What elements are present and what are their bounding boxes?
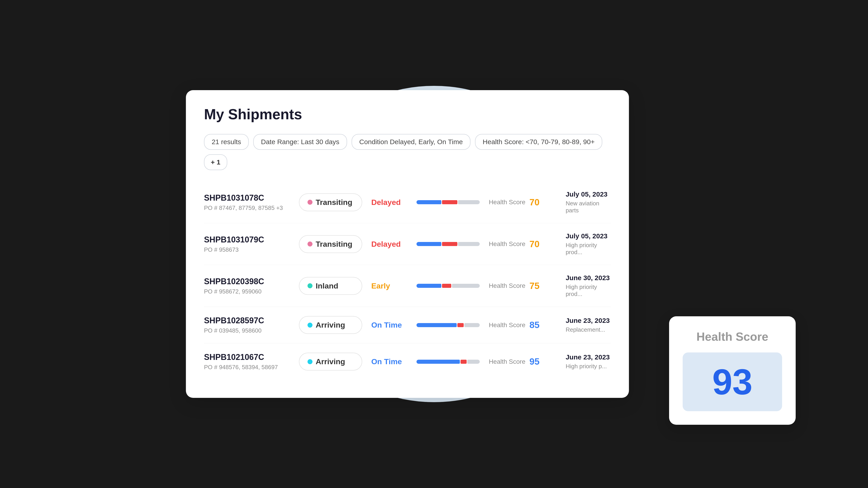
health-label: Health Score bbox=[489, 358, 525, 365]
shipment-description: New aviation parts bbox=[565, 200, 611, 214]
shipment-date: July 05, 2023 bbox=[565, 191, 611, 198]
status-dot-cyan bbox=[307, 323, 312, 328]
po-prefix: PO # bbox=[204, 204, 217, 211]
po-number: PO # 039485, 958600 bbox=[204, 327, 290, 334]
progress-bar bbox=[416, 200, 480, 204]
po-number: PO # 958673 bbox=[204, 246, 290, 253]
health-score-card: Health Score 93 bbox=[669, 316, 796, 425]
po-number: PO # 958672, 959060 bbox=[204, 288, 290, 295]
table-row[interactable]: SHPB1031079C PO # 958673 Transiting Dela… bbox=[204, 223, 611, 265]
status-badge: Inland bbox=[299, 277, 362, 295]
health-score-value-box: 93 bbox=[683, 352, 782, 411]
shipment-description: High priority prod... bbox=[565, 242, 611, 256]
bar-blue bbox=[416, 200, 441, 204]
shipment-id-block: SHPB1031079C PO # 958673 bbox=[204, 235, 290, 253]
status-badge: Transiting bbox=[299, 235, 362, 253]
bar-red bbox=[457, 323, 463, 327]
filter-date-range[interactable]: Date Range: Last 30 days bbox=[253, 134, 347, 150]
shipment-id-block: SHPB1020398C PO # 958672, 959060 bbox=[204, 277, 290, 295]
status-badge: Transiting bbox=[299, 193, 362, 211]
progress-bar bbox=[416, 284, 480, 288]
po-prefix: PO # bbox=[204, 327, 217, 334]
shipment-id: SHPB1031078C bbox=[204, 193, 290, 203]
bar-blue bbox=[416, 323, 457, 327]
status-dot-cyan bbox=[307, 359, 312, 364]
filter-results[interactable]: 21 results bbox=[204, 134, 249, 150]
status-dot-pink bbox=[307, 200, 312, 205]
health-score-block: Health Score 95 bbox=[489, 357, 557, 367]
date-block: June 23, 2023 Replacement... bbox=[565, 317, 611, 333]
table-row[interactable]: SHPB1031078C PO # 87467, 87759, 87585 +3… bbox=[204, 182, 611, 223]
health-score-block: Health Score 70 bbox=[489, 197, 557, 207]
shipment-list: SHPB1031078C PO # 87467, 87759, 87585 +3… bbox=[204, 182, 611, 380]
status-dot-pink bbox=[307, 241, 312, 247]
bar-blue bbox=[416, 284, 441, 288]
health-score-block: Health Score 75 bbox=[489, 281, 557, 291]
status-text: Arriving bbox=[315, 357, 345, 366]
filter-health-score[interactable]: Health Score: <70, 70-79, 80-89, 90+ bbox=[475, 134, 602, 150]
po-value: 958673 bbox=[219, 246, 239, 253]
status-badge: Arriving bbox=[299, 316, 362, 334]
health-value: 70 bbox=[529, 239, 539, 249]
po-prefix: PO # bbox=[204, 364, 217, 370]
date-block: July 05, 2023 High priority prod... bbox=[565, 232, 611, 256]
table-row[interactable]: SHPB1028597C PO # 039485, 958600 Arrivin… bbox=[204, 307, 611, 344]
bar-gray bbox=[467, 360, 480, 364]
shipment-date: June 30, 2023 bbox=[565, 274, 611, 282]
progress-bar bbox=[416, 323, 480, 327]
po-value: 958672, 959060 bbox=[219, 288, 261, 295]
date-block: July 05, 2023 New aviation parts bbox=[565, 191, 611, 214]
main-panel: My Shipments 21 results Date Range: Last… bbox=[186, 90, 629, 398]
health-label: Health Score bbox=[489, 282, 525, 289]
shipment-id: SHPB1028597C bbox=[204, 316, 290, 325]
status-text: Transiting bbox=[315, 240, 352, 249]
condition-label: Delayed bbox=[371, 240, 407, 249]
date-block: June 23, 2023 High priority p... bbox=[565, 353, 611, 370]
health-score-block: Health Score 85 bbox=[489, 320, 557, 330]
po-number: PO # 87467, 87759, 87585 +3 bbox=[204, 204, 290, 212]
bar-red bbox=[460, 360, 467, 364]
shipment-id: SHPB1031079C bbox=[204, 235, 290, 245]
bar-red bbox=[442, 284, 451, 288]
po-number: PO # 948576, 58394, 58697 bbox=[204, 364, 290, 371]
status-text: Transiting bbox=[315, 198, 352, 207]
health-score-number: 93 bbox=[694, 364, 771, 400]
shipment-date: June 23, 2023 bbox=[565, 353, 611, 361]
health-score-card-title: Health Score bbox=[683, 330, 782, 344]
po-prefix: PO # bbox=[204, 246, 217, 253]
bar-gray bbox=[464, 323, 480, 327]
status-text: Inland bbox=[315, 282, 338, 290]
shipment-id-block: SHPB1031078C PO # 87467, 87759, 87585 +3 bbox=[204, 193, 290, 212]
health-label: Health Score bbox=[489, 240, 525, 248]
table-row[interactable]: SHPB1020398C PO # 958672, 959060 Inland … bbox=[204, 265, 611, 307]
date-block: June 30, 2023 High priority prod... bbox=[565, 274, 611, 297]
status-badge: Arriving bbox=[299, 353, 362, 370]
po-value: 87467, 87759, 87585 +3 bbox=[219, 204, 283, 211]
bar-gray bbox=[452, 284, 480, 288]
bar-blue bbox=[416, 242, 441, 246]
po-value: 948576, 58394, 58697 bbox=[219, 364, 278, 370]
bar-red bbox=[442, 200, 458, 204]
shipment-date: June 23, 2023 bbox=[565, 317, 611, 324]
health-value: 70 bbox=[529, 197, 539, 207]
filter-condition[interactable]: Condition Delayed, Early, On Time bbox=[351, 134, 470, 150]
condition-label: On Time bbox=[371, 321, 407, 329]
shipment-description: High priority p... bbox=[565, 363, 611, 370]
health-label: Health Score bbox=[489, 322, 525, 329]
filter-more[interactable]: + 1 bbox=[204, 154, 227, 170]
health-label: Health Score bbox=[489, 199, 525, 206]
health-score-block: Health Score 70 bbox=[489, 239, 557, 249]
progress-bar bbox=[416, 242, 480, 246]
po-value: 039485, 958600 bbox=[219, 327, 261, 334]
condition-label: On Time bbox=[371, 357, 407, 366]
condition-label: Early bbox=[371, 282, 407, 290]
filter-bar: 21 results Date Range: Last 30 days Cond… bbox=[204, 134, 611, 170]
shipment-date: July 05, 2023 bbox=[565, 232, 611, 240]
shipment-id: SHPB1021067C bbox=[204, 352, 290, 362]
status-text: Arriving bbox=[315, 321, 345, 329]
table-row[interactable]: SHPB1021067C PO # 948576, 58394, 58697 A… bbox=[204, 344, 611, 380]
bar-blue bbox=[416, 360, 460, 364]
health-value: 85 bbox=[529, 320, 539, 330]
health-value: 75 bbox=[529, 281, 539, 291]
condition-label: Delayed bbox=[371, 198, 407, 207]
